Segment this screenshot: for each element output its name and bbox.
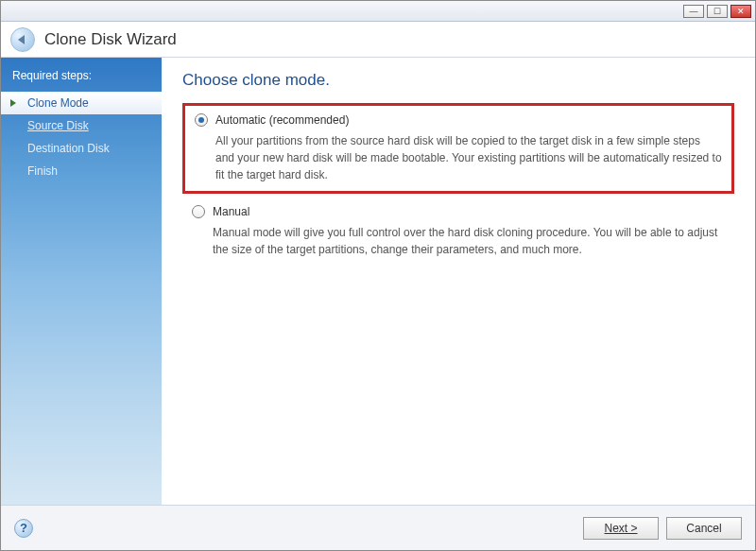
sidebar-step-clone-mode[interactable]: Clone Mode: [1, 92, 162, 114]
option-description: All your partitions from the source hard…: [195, 132, 722, 183]
step-label: Destination Disk: [27, 142, 110, 155]
next-button[interactable]: Next >: [583, 517, 659, 540]
sidebar-step-destination-disk: Destination Disk: [1, 137, 162, 160]
step-label: Finish: [27, 164, 58, 178]
cancel-button[interactable]: Cancel: [666, 517, 742, 540]
minimize-button[interactable]: —: [683, 5, 704, 18]
footer: ? Next > Cancel: [1, 505, 755, 550]
header: Clone Disk Wizard: [1, 22, 755, 58]
page-heading: Choose clone mode.: [182, 71, 734, 90]
titlebar: — ☐ ✕: [1, 1, 755, 22]
radio-automatic[interactable]: [195, 113, 208, 127]
option-automatic[interactable]: Automatic (recommended) All your partiti…: [182, 103, 734, 194]
option-manual[interactable]: Manual Manual mode will give you full co…: [182, 205, 734, 258]
window-title: Clone Disk Wizard: [44, 30, 177, 49]
wizard-window: — ☐ ✕ Clone Disk Wizard Required steps: …: [0, 0, 756, 551]
help-icon[interactable]: ?: [14, 519, 33, 538]
step-label: Source Disk: [27, 119, 89, 132]
sidebar: Required steps: Clone Mode Source Disk D…: [1, 58, 162, 505]
radio-manual[interactable]: [192, 205, 205, 218]
sidebar-heading: Required steps:: [1, 65, 162, 92]
sidebar-step-source-disk[interactable]: Source Disk: [1, 114, 162, 137]
close-button[interactable]: ✕: [730, 5, 751, 18]
maximize-button[interactable]: ☐: [707, 5, 728, 18]
step-label: Clone Mode: [27, 96, 89, 110]
sidebar-step-finish: Finish: [1, 160, 162, 182]
main-panel: Choose clone mode. Automatic (recommende…: [162, 58, 755, 505]
option-label: Automatic (recommended): [215, 113, 349, 127]
option-description: Manual mode will give you full control o…: [192, 224, 725, 258]
option-label: Manual: [213, 205, 249, 218]
back-icon[interactable]: [10, 27, 35, 52]
